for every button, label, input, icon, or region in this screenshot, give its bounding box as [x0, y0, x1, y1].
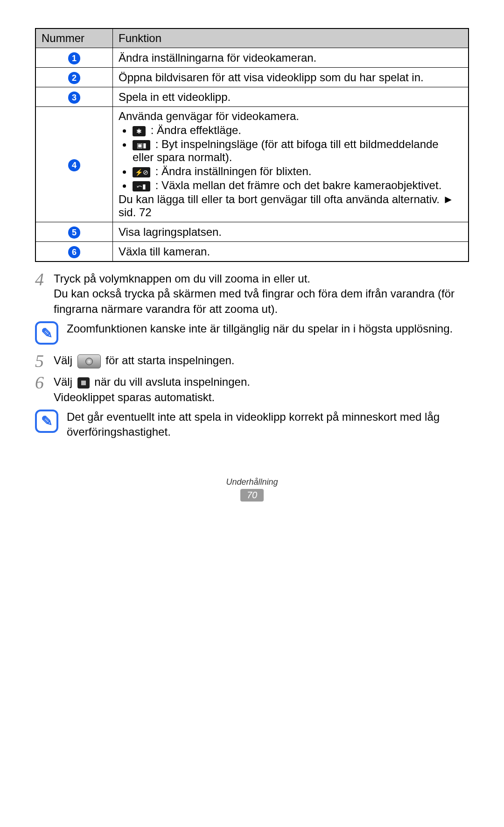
note-zoom: ✎ Zoomfunktionen kanske inte är tillgäng… [35, 321, 469, 345]
page-number: 70 [240, 489, 264, 502]
step-number: 5 [35, 352, 54, 370]
function-5-text: Visa lagringsplatsen. [113, 222, 469, 242]
table-row: 1 Ändra inställningarna för videokameran… [35, 48, 469, 68]
note-icon: ✎ [35, 410, 58, 433]
stop-button-icon [77, 377, 90, 389]
header-function: Funktion [113, 28, 469, 48]
table-row: 4 Använda genvägar för videokamera. ✱ : … [35, 107, 469, 222]
manual-page: Nummer Funktion 1 Ändra inställningarna … [0, 0, 504, 747]
step-6-body: Välj när du vill avsluta inspelningen. V… [54, 375, 469, 405]
note-sdcard-text: Det går eventuellt inte att spela in vid… [67, 410, 469, 440]
steps-section: 4 Tryck på volymknappen om du vill zooma… [35, 271, 469, 440]
function-table: Nummer Funktion 1 Ändra inställningarna … [35, 28, 469, 262]
step-5-body: Välj för att starta inspelningen. [54, 353, 469, 370]
step-6: 6 Välj när du vill avsluta inspelningen.… [35, 375, 469, 405]
page-footer: Underhållning 70 [35, 477, 469, 502]
shortcut-list: ✱ : Ändra effektläge. ▣▮ : Byt inspelnin… [123, 124, 462, 192]
step-number: 6 [35, 374, 54, 405]
note-sdcard: ✎ Det går eventuellt inte att spela in v… [35, 410, 469, 440]
record-button-icon [77, 354, 101, 368]
shortcut-item: ✱ : Ändra effektläge. [133, 124, 462, 137]
flash-setting-icon: ⚡⊘ [133, 167, 150, 177]
callout-1-icon: 1 [68, 52, 80, 64]
recording-mode-icon: ▣▮ [133, 140, 150, 150]
step-4-body: Tryck på volymknappen om du vill zooma i… [54, 271, 469, 317]
function-4-intro: Använda genvägar för videokamera. [119, 110, 462, 123]
callout-2-icon: 2 [68, 72, 80, 84]
effect-mode-icon: ✱ [133, 126, 146, 136]
shortcut-item: ⤺▮ : Växla mellan det främre och det bak… [133, 179, 462, 192]
function-1-text: Ändra inställningarna för videokameran. [113, 48, 469, 68]
switch-camera-icon: ⤺▮ [133, 181, 150, 191]
note-icon: ✎ [35, 321, 58, 345]
function-2-text: Öppna bildvisaren för att visa videoklip… [113, 68, 469, 87]
note-zoom-text: Zoomfunktionen kanske inte är tillgängli… [67, 321, 469, 336]
step-number: 4 [35, 270, 54, 317]
table-row: 5 Visa lagringsplatsen. [35, 222, 469, 242]
shortcut-item: ▣▮ : Byt inspelningsläge (för att bifoga… [133, 138, 462, 164]
function-4-cell: Använda genvägar för videokamera. ✱ : Än… [113, 107, 469, 222]
callout-4-icon: 4 [68, 159, 80, 171]
step-4: 4 Tryck på volymknappen om du vill zooma… [35, 271, 469, 317]
shortcut-item: ⚡⊘ : Ändra inställningen för blixten. [133, 165, 462, 178]
callout-6-icon: 6 [68, 246, 80, 258]
table-row: 2 Öppna bildvisaren för att visa videokl… [35, 68, 469, 87]
table-header-row: Nummer Funktion [35, 28, 469, 48]
function-3-text: Spela in ett videoklipp. [113, 87, 469, 107]
callout-5-icon: 5 [68, 226, 80, 239]
table-row: 3 Spela in ett videoklipp. [35, 87, 469, 107]
step-5: 5 Välj för att starta inspelningen. [35, 353, 469, 370]
section-title: Underhållning [35, 477, 469, 487]
function-4-outro: Du kan lägga till eller ta bort genvägar… [119, 193, 462, 219]
callout-3-icon: 3 [68, 92, 80, 104]
function-6-text: Växla till kameran. [113, 242, 469, 262]
header-number: Nummer [35, 28, 113, 48]
table-row: 6 Växla till kameran. [35, 242, 469, 262]
